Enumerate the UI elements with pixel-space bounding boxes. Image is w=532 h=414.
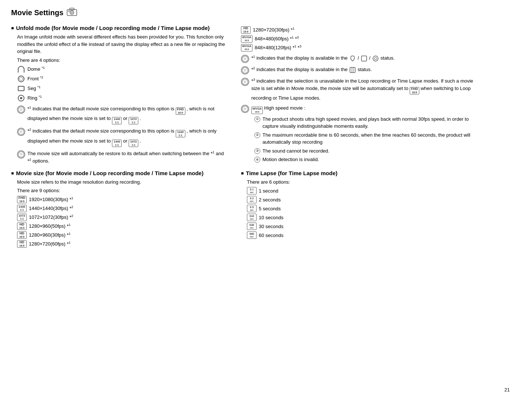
- unfold-note2: *2 indicates that the default movie size…: [17, 127, 226, 147]
- list-item: ④ Motion detection is invalid.: [254, 156, 478, 163]
- highspeed-note: WVGA16:9 High speed movie : ① The produc…: [241, 104, 478, 165]
- note-circle-icon2: [17, 128, 25, 136]
- svg-point-19: [373, 56, 378, 61]
- list-item: ② The maximum recordable time is 60 seco…: [254, 131, 478, 146]
- list-item: Seg *1: [17, 84, 226, 93]
- title-text: Movie Settings: [11, 9, 63, 17]
- unfold-note3: The movie size will automatically be res…: [17, 150, 226, 165]
- note-restore-icon: [17, 150, 25, 158]
- list-item: HD16:9 1280×960(50fps) *1: [17, 223, 226, 230]
- right-note2-icon: [241, 66, 249, 74]
- list-item: Dome *1: [17, 65, 226, 73]
- movie-size-right-list: HD16:9 1280×720(30fps) *1 WVGA16:9 848×4…: [241, 26, 478, 51]
- list-item: 10721:1 1072×1072(30fps) *2: [17, 214, 226, 221]
- list-item: WVGA16:9 848×480(60fps) *1 *3: [241, 35, 478, 43]
- movie-size-options-intro: There are 9 options:: [17, 187, 226, 194]
- ring-icon: [17, 94, 25, 102]
- svg-rect-4: [68, 11, 70, 12]
- list-item: HD16:9 1280×720(60fps) *1: [17, 240, 226, 248]
- movie-size-body: Movie size refers to the image resolutio…: [17, 178, 226, 248]
- svg-point-13: [19, 152, 24, 157]
- svg-rect-25: [350, 67, 355, 73]
- list-item: Ring *1: [17, 94, 226, 102]
- svg-point-3: [71, 12, 73, 13]
- list-item: HD16:9 1280×960(30fps) *1: [17, 231, 226, 239]
- time-lapse-list: S 1sec 1 second S 2sec 2 seconds S 5sec …: [247, 187, 478, 239]
- unfold-description: An Image unfold mode with several differ…: [17, 33, 226, 55]
- right-note3-icon: [241, 78, 249, 86]
- dome-icon: [17, 65, 25, 73]
- right-note1-icon: [241, 55, 249, 63]
- unfold-mode-title: Unfold mode (for Movie mode / Loop recor…: [11, 25, 226, 31]
- right-note1: *1 indicates that the display is availab…: [241, 54, 478, 63]
- list-item: FHD16:9 1920×1080(30fps) *1: [17, 196, 226, 203]
- list-item: HD16:9 1280×720(30fps) *1: [241, 26, 478, 34]
- right-column: HD16:9 1280×720(30fps) *1 WVGA16:9 848×4…: [241, 25, 478, 253]
- highspeed-list: ① The product shoots ultra high speed mo…: [254, 116, 478, 163]
- movie-size-list: FHD16:9 1920×1080(30fps) *1 14401:1 1440…: [17, 196, 226, 248]
- movie-size-continued: HD16:9 1280×720(30fps) *1 WVGA16:9 848×4…: [241, 26, 478, 165]
- unfold-options-intro: There are 4 options:: [17, 57, 226, 64]
- left-column: Unfold mode (for Movie mode / Loop recor…: [11, 25, 226, 253]
- front-icon: [17, 75, 25, 83]
- svg-point-2: [70, 11, 74, 14]
- list-item: S10sec 10 seconds: [247, 214, 478, 221]
- time-lapse-title: Time Lapse (for Time Lapse mode): [241, 170, 478, 176]
- movie-size-description: Movie size refers to the image resolutio…: [17, 178, 226, 186]
- unfold-options-list: Dome *1 Front *2 Seg *1 Ring *1: [17, 65, 226, 102]
- list-item: S 2sec 2 seconds: [247, 196, 478, 203]
- highspeed-icon: [241, 105, 249, 113]
- page-number: 21: [505, 387, 510, 393]
- right-note3: *3 indicates that the selection is unava…: [241, 77, 478, 101]
- unfold-mode-body: An Image unfold mode with several differ…: [17, 33, 226, 165]
- list-item: ① The product shoots ultra high speed mo…: [254, 116, 478, 130]
- list-item: ③ The sound cannot be recorded.: [254, 147, 478, 155]
- movie-size-title: Movie size (for Movie mode / Loop record…: [11, 170, 226, 176]
- svg-point-20: [374, 57, 377, 60]
- time-lapse-description: There are 6 options:: [247, 178, 478, 186]
- camera-icon: [66, 7, 77, 18]
- page-title: Movie Settings: [11, 7, 521, 18]
- list-item: Front *2: [17, 75, 226, 83]
- svg-rect-1: [70, 8, 74, 10]
- list-item: S 1sec 1 second: [247, 187, 478, 194]
- list-item: S 5sec 5 seconds: [247, 205, 478, 212]
- list-item: 14401:1 1440×1440(30fps) *2: [17, 205, 226, 212]
- list-item: WVGA16:9 848×480(120fps) *1 *3: [241, 44, 478, 51]
- time-lapse-body: There are 6 options: S 1sec 1 second S 2…: [247, 178, 478, 239]
- unfold-note1: *1 indicates that the default movie size…: [17, 105, 226, 124]
- seg-icon: [17, 84, 25, 93]
- list-item: S60sec 60 seconds: [247, 231, 478, 239]
- svg-rect-18: [361, 56, 367, 61]
- list-item: S30sec 30 seconds: [247, 223, 478, 230]
- right-note2: *2 indicates that the display is availab…: [241, 66, 478, 74]
- note-circle-icon: [17, 106, 25, 114]
